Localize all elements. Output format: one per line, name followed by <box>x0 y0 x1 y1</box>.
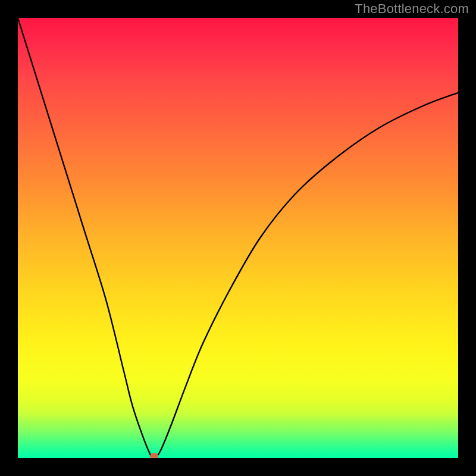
watermark-label: TheBottleneck.com <box>355 1 469 17</box>
chart-frame: TheBottleneck.com <box>0 0 476 476</box>
plot-area <box>18 18 458 458</box>
bottleneck-curve <box>18 18 458 458</box>
minimum-marker-icon <box>150 453 158 458</box>
